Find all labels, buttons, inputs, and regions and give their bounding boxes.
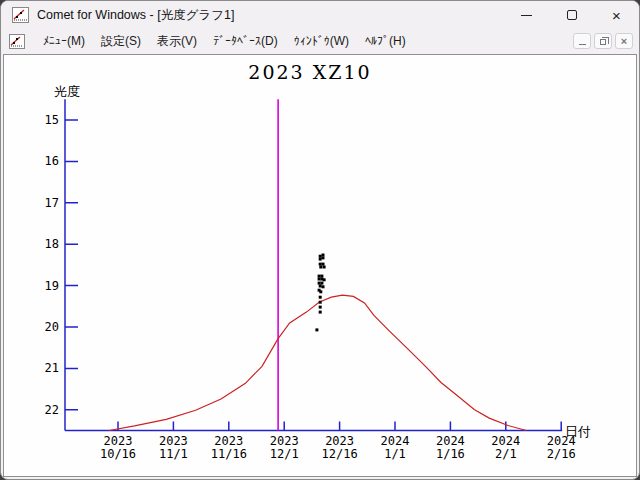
observation-point [319,266,322,269]
y-axis-title: 光度 [54,84,80,99]
observation-point [318,275,321,278]
maximize-button[interactable] [549,1,594,29]
document-chart-icon [9,34,25,49]
mdi-close-button[interactable]: × [615,33,633,49]
x-tick-label-date: 11/1 [159,447,188,461]
observation-point [323,266,326,269]
x-tick-label-date: 2/1 [495,447,517,461]
observation-point [319,255,322,258]
y-tick-label: 17 [45,196,59,210]
x-tick-label-date: 12/16 [322,447,358,461]
x-tick-label-year: 2024 [547,434,576,448]
menu-item-database[interactable]: ﾃﾞｰﾀﾍﾞｰｽ(D) [205,31,286,51]
predicted-light-curve [109,295,526,430]
close-icon: × [612,8,621,23]
titlebar: Comet for Windows - [光度グラフ1] × [1,1,639,29]
y-tick-label: 18 [45,237,59,251]
observation-point [322,285,325,288]
observation-point [318,278,321,281]
menu-item-help[interactable]: ﾍﾙﾌﾟ(H) [357,31,414,51]
menu-item-view[interactable]: 表示(V) [149,30,205,53]
observation-point [323,278,326,281]
observation-point [319,285,322,288]
observation-point [319,306,322,309]
observation-point [319,263,322,266]
x-tick-label-date: 11/16 [211,447,247,461]
mdi-close-icon: × [621,36,627,47]
x-tick-label-year: 2023 [159,434,188,448]
app-window: Comet for Windows - [光度グラフ1] × ﾒﾆｭｰ(M) 設… [0,0,640,480]
observation-point [315,328,318,331]
observation-point [319,311,322,314]
minimize-icon [521,15,532,16]
close-button[interactable]: × [594,1,639,29]
observation-point [322,254,325,257]
observation-point [319,296,322,299]
mdi-restore-button[interactable] [594,33,612,49]
x-tick-label-year: 2023 [325,434,354,448]
observation-point [320,282,323,285]
chart-title: 2023 XZ10 [248,61,371,83]
x-tick-label-date: 1/16 [436,447,465,461]
y-tick-label: 15 [45,113,59,127]
window-title: Comet for Windows - [光度グラフ1] [37,7,234,24]
x-tick-label-date: 1/1 [384,447,406,461]
x-tick-label-date: 12/1 [270,447,299,461]
y-tick-label: 22 [45,403,59,417]
app-icon [12,7,29,23]
menu-item-window[interactable]: ｳｨﾝﾄﾞｳ(W) [286,31,357,51]
maximize-icon [567,10,577,20]
minimize-button[interactable] [504,1,549,29]
mdi-minimize-button[interactable] [573,33,591,49]
mdi-minimize-icon [579,44,586,45]
x-tick-label-date: 10/16 [100,447,136,461]
mdi-window-controls: × [573,33,633,49]
mdi-restore-icon [600,39,606,45]
observation-point [322,263,325,266]
observation-point [318,282,321,285]
observation-point [322,256,325,259]
observation-point [319,301,322,304]
window-controls: × [504,1,639,29]
menubar: ﾒﾆｭｰ(M) 設定(S) 表示(V) ﾃﾞｰﾀﾍﾞｰｽ(D) ｳｨﾝﾄﾞｳ(W… [1,29,639,53]
y-tick-label: 19 [45,279,59,293]
y-tick-label: 21 [45,361,59,375]
observation-point [319,258,322,261]
observation-point [319,290,322,293]
y-tick-label: 16 [45,154,59,168]
x-tick-label-year: 2024 [381,434,410,448]
menu-item-settings[interactable]: 設定(S) [93,30,149,53]
x-tick-label-year: 2024 [491,434,520,448]
y-tick-label: 20 [45,320,59,334]
chart-client-area: 2023 XZ10光度日付1516171819202122202310/1620… [3,54,637,477]
x-tick-label-year: 2023 [270,434,299,448]
x-tick-label-date: 2/16 [547,447,576,461]
menu-item-menu[interactable]: ﾒﾆｭｰ(M) [35,31,93,51]
x-tick-label-year: 2024 [436,434,465,448]
observation-point [320,275,323,278]
x-tick-label-year: 2023 [214,434,243,448]
x-tick-label-year: 2023 [104,434,133,448]
light-curve-chart: 2023 XZ10光度日付1516171819202122202310/1620… [4,55,638,479]
